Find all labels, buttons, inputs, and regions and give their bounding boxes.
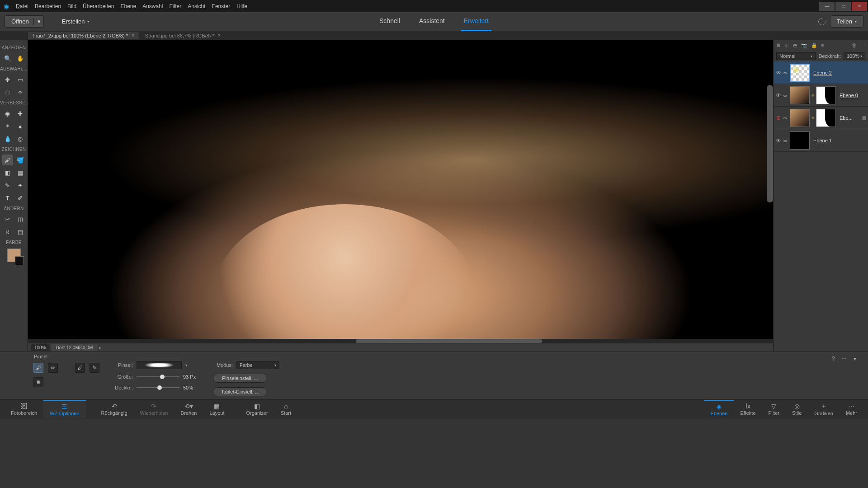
layer-row[interactable]: 👁 ∞ Ebene 2 — [774, 61, 868, 84]
document-tab[interactable]: Strand.jpg bei 66,7% (RGB/8) *× — [141, 32, 225, 39]
sponge-tool-icon[interactable]: ◎ — [15, 133, 26, 144]
shape-tool-icon[interactable]: ✦ — [15, 180, 26, 191]
menu-auswahl[interactable]: Auswahl — [142, 3, 163, 9]
vertical-scrollbar[interactable] — [767, 85, 773, 202]
hand-tool-icon[interactable]: ✋ — [15, 53, 26, 64]
tab-schnell[interactable]: Schnell — [377, 12, 403, 31]
new-layer-icon[interactable]: 🗎 — [776, 42, 781, 48]
grafiken-tab[interactable]: ＋Grafiken — [808, 400, 840, 418]
brush-settings-button[interactable]: Pinseleinstell. ... — [213, 374, 267, 383]
horizontal-scrollbar[interactable] — [28, 339, 773, 343]
collapse-icon[interactable]: ▾ — [851, 355, 859, 363]
document-tab-active[interactable]: Frau7_2x.jpg bei 100% (Ebene 2, RGB/8) *… — [28, 32, 139, 39]
clone-tool-icon[interactable]: ⌖ — [2, 121, 13, 131]
visibility-icon[interactable]: 👁 — [775, 92, 782, 99]
mode-select[interactable]: Farbe▾ — [236, 361, 279, 369]
help-icon[interactable]: ? — [829, 355, 837, 363]
rotate-button[interactable]: ⟲▾Drehen — [174, 400, 203, 418]
brush-variant-airbrush[interactable]: ✺ — [33, 377, 43, 387]
link-icon[interactable]: ∞ — [783, 138, 788, 143]
brush-variant-paint[interactable]: 🖌 — [33, 363, 43, 373]
lock-icon[interactable]: 🔒 — [811, 42, 817, 48]
brush-tool-icon[interactable]: 🖌 — [2, 155, 13, 165]
opacity-input[interactable]: 100%▾ — [844, 52, 865, 60]
organizer-button[interactable]: ◧Organizer — [240, 400, 274, 418]
layer-mask-thumb[interactable] — [816, 86, 836, 104]
menu-datei[interactable]: Datei — [16, 3, 28, 9]
chevron-down-icon[interactable]: ▾ — [33, 18, 41, 25]
spot-heal-tool-icon[interactable]: ✚ — [15, 108, 26, 119]
layer-row[interactable]: 👁 ∞ ⎆ Ebene 0 — [774, 84, 868, 107]
start-button[interactable]: ⌂Start — [274, 400, 297, 418]
layer-name[interactable]: Ebe... — [838, 115, 860, 121]
menu-hilfe[interactable]: Hilfe — [236, 3, 247, 9]
redo-button[interactable]: ↷Wiederholen — [134, 400, 175, 418]
brush-variant-impressionist[interactable]: ✏ — [48, 363, 58, 373]
fx-icon[interactable]: ≡ — [821, 42, 824, 48]
blur-tool-icon[interactable]: 💧 — [2, 133, 13, 144]
straighten-tool-icon[interactable]: ⤭ — [2, 226, 13, 237]
layer-thumb[interactable] — [790, 86, 810, 104]
text-tool-icon[interactable]: T — [2, 192, 13, 203]
link-icon[interactable]: ∞ — [783, 93, 788, 98]
share-button[interactable]: Teilen ▾ — [830, 15, 863, 28]
menu-bild[interactable]: Bild — [67, 3, 76, 9]
open-button[interactable]: Öffnen ▾ — [5, 15, 44, 28]
doc-info[interactable]: Dok: 12,0M/40,0M — [52, 344, 98, 351]
layer-thumb[interactable] — [790, 131, 810, 150]
color-swatch[interactable] — [7, 249, 21, 262]
adjust-layer-icon[interactable]: ◐ — [785, 42, 789, 48]
stile-tab[interactable]: ◎Stile — [786, 400, 808, 418]
layer-row[interactable]: ⊘ ∞ ⎆ Ebe... ▩ — [774, 107, 868, 129]
layer-name[interactable]: Ebene 0 — [838, 93, 866, 98]
visibility-icon[interactable]: 👁 — [775, 70, 782, 76]
menu-bearbeiten[interactable]: Bearbeiten — [35, 3, 61, 9]
stamp-tool-icon[interactable]: ▲ — [15, 121, 26, 131]
zoom-level[interactable]: 100% — [31, 344, 50, 351]
mask-icon[interactable]: ◓ — [793, 42, 797, 48]
marquee-tool-icon[interactable]: ▭ — [15, 74, 26, 85]
maximize-button[interactable]: ▭ — [835, 2, 851, 11]
effekte-tab[interactable]: fxEffekte — [734, 400, 762, 418]
brush-variant-color-replace[interactable]: 🖊 — [75, 363, 85, 373]
close-icon[interactable]: × — [132, 33, 134, 38]
minimize-button[interactable]: — — [819, 2, 835, 11]
canvas[interactable] — [28, 40, 773, 339]
menu-ebene[interactable]: Ebene — [120, 3, 136, 9]
gradient-tool-icon[interactable]: ▦ — [15, 167, 26, 178]
brush-preset-picker[interactable] — [137, 361, 182, 369]
menu-fenster[interactable]: Fenster — [212, 3, 231, 9]
link-icon[interactable]: ∞ — [783, 70, 788, 75]
tab-assistent[interactable]: Assistent — [416, 12, 448, 31]
trash-icon[interactable]: 🗑 — [852, 42, 857, 48]
theme-toggle-icon[interactable] — [818, 18, 826, 25]
brush-variant-pencil[interactable]: ✎ — [90, 363, 99, 373]
pencil-tool-icon[interactable]: ✎ — [2, 180, 13, 191]
layout-button[interactable]: ▦Layout — [203, 400, 231, 418]
visibility-icon[interactable]: 👁 — [775, 137, 782, 144]
pen-tool-icon[interactable]: ✐ — [15, 192, 26, 203]
chevron-right-icon[interactable]: ▸ — [99, 345, 101, 350]
opacity-slider[interactable] — [137, 385, 179, 391]
menu-ansicht[interactable]: Ansicht — [188, 3, 205, 9]
lasso-tool-icon[interactable]: ◌ — [2, 87, 13, 98]
camera-icon[interactable]: 📷 — [801, 42, 807, 48]
fotobereich-button[interactable]: 🖼Fotobereich — [5, 400, 43, 418]
create-button[interactable]: Erstellen ▾ — [56, 16, 96, 27]
close-button[interactable]: ✕ — [852, 2, 867, 11]
layer-thumb[interactable] — [790, 109, 810, 127]
size-slider[interactable] — [137, 374, 179, 380]
menu-ueberarbeiten[interactable]: Überarbeiten — [83, 3, 114, 9]
mehr-tab[interactable]: ⋯Mehr — [840, 400, 863, 418]
more-icon[interactable]: ⋯ — [860, 42, 865, 48]
visibility-off-icon[interactable]: ⊘ — [775, 115, 782, 121]
redeye-tool-icon[interactable]: ◉ — [2, 108, 13, 119]
chevron-down-icon[interactable]: ▾ — [185, 363, 187, 367]
wand-tool-icon[interactable]: ✧ — [15, 87, 26, 98]
blend-mode-select[interactable]: Normal▾ — [776, 52, 816, 60]
eraser-tool-icon[interactable]: ◧ — [2, 167, 13, 178]
layer-thumb[interactable] — [790, 64, 810, 82]
layer-name[interactable]: Ebene 1 — [811, 138, 866, 143]
link-icon[interactable]: ∞ — [783, 115, 788, 121]
undo-button[interactable]: ↶Rückgängig — [95, 400, 134, 418]
